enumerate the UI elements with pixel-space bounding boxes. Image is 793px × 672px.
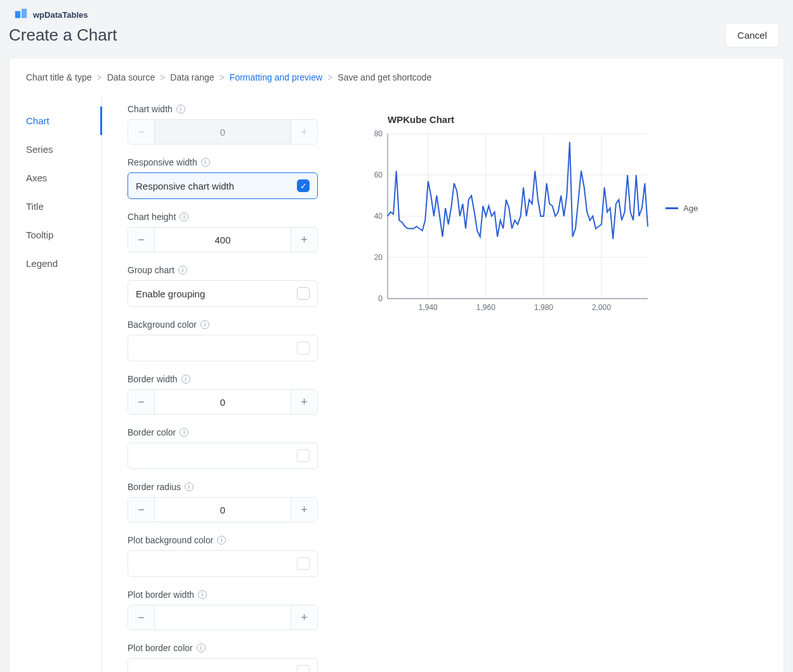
legend-label: Age [683, 204, 698, 213]
plot-border-width-label: Plot border width [128, 590, 194, 600]
tab-series[interactable]: Series [26, 135, 102, 164]
chevron-right-icon: > [97, 72, 102, 82]
chevron-right-icon: > [327, 72, 332, 82]
legend-item-age: Age [665, 204, 698, 213]
svg-text:80: 80 [374, 129, 383, 138]
chart-preview: WPKube Chart 0204060801,9401,9601,9802,0… [318, 95, 767, 672]
field-border-color: Border colori [128, 427, 318, 469]
field-responsive-width: Responsive widthi Responsive chart width… [128, 157, 318, 199]
background-color-picker[interactable] [128, 335, 318, 361]
field-chart-height: Chart heighti − + [128, 212, 318, 252]
border-width-input[interactable] [155, 390, 291, 414]
info-icon[interactable]: i [197, 643, 206, 652]
info-icon[interactable]: i [198, 590, 207, 599]
tab-legend[interactable]: Legend [26, 249, 102, 278]
border-color-label: Border color [128, 427, 176, 437]
info-icon[interactable]: i [185, 482, 193, 491]
tab-title[interactable]: Title [26, 192, 102, 221]
settings-tabs: Chart Series Axes Title Tooltip Legend [26, 95, 102, 672]
color-swatch-icon [297, 665, 310, 672]
plot-border-width-input[interactable] [155, 605, 291, 630]
breadcrumb-step-formatting[interactable]: Formatting and preview [230, 72, 322, 82]
background-color-label: Background color [128, 320, 197, 330]
chart-height-stepper[interactable]: − + [128, 227, 318, 252]
group-chart-label: Group chart [128, 265, 174, 275]
breadcrumb-step-save[interactable]: Save and get shortcode [338, 72, 431, 82]
svg-text:1,980: 1,980 [534, 303, 553, 312]
border-width-stepper[interactable]: − + [128, 389, 318, 415]
tab-chart[interactable]: Chart [26, 107, 102, 135]
field-plot-bg-color: Plot background colori [128, 535, 318, 577]
svg-text:0: 0 [378, 294, 383, 303]
info-icon[interactable]: i [180, 428, 188, 437]
field-border-width: Border widthi − + [128, 374, 318, 415]
plus-icon[interactable]: + [291, 390, 317, 414]
plus-icon: + [291, 120, 317, 144]
chart-settings-form: Chart widthi − + Responsive widthi Respo… [102, 95, 318, 672]
responsive-width-label: Responsive width [128, 157, 197, 167]
page-header: Create a Chart Cancel [0, 23, 793, 58]
info-icon[interactable]: i [181, 375, 190, 384]
info-icon[interactable]: i [180, 212, 188, 221]
minus-icon[interactable]: − [128, 498, 155, 522]
breadcrumb-step-data-source[interactable]: Data source [107, 72, 155, 82]
info-icon[interactable]: i [176, 105, 185, 113]
breadcrumb-step-title-type[interactable]: Chart title & type [26, 72, 92, 82]
plot-bg-color-picker[interactable] [128, 550, 318, 577]
border-radius-stepper[interactable]: − + [128, 497, 318, 522]
tab-axes[interactable]: Axes [26, 164, 102, 192]
minus-icon: − [128, 120, 155, 144]
plus-icon[interactable]: + [291, 228, 317, 252]
brand-bar: wpDataTables [0, 0, 793, 23]
border-color-picker[interactable] [128, 443, 318, 469]
group-chart-option: Enable grouping [136, 288, 205, 299]
info-icon[interactable]: i [217, 536, 226, 545]
tab-tooltip[interactable]: Tooltip [26, 221, 102, 249]
info-icon[interactable]: i [200, 320, 209, 329]
border-radius-input[interactable] [155, 498, 291, 522]
plot-border-width-stepper[interactable]: − + [128, 605, 318, 630]
color-swatch-icon [297, 449, 310, 462]
main-panel: Chart title & type > Data source > Data … [9, 58, 784, 672]
info-icon[interactable]: i [178, 266, 187, 275]
info-icon[interactable]: i [201, 158, 210, 167]
preview-chart-svg: 0204060801,9401,9601,9802,000 [362, 127, 654, 318]
border-radius-label: Border radius [128, 482, 181, 492]
field-group-chart: Group charti Enable grouping [128, 265, 318, 307]
svg-text:1,940: 1,940 [419, 303, 438, 312]
app-logo-icon [14, 8, 28, 22]
chart-width-input [155, 120, 291, 144]
svg-text:60: 60 [374, 171, 383, 179]
wizard-breadcrumb: Chart title & type > Data source > Data … [10, 58, 783, 95]
chevron-right-icon: > [160, 72, 165, 82]
minus-icon[interactable]: − [128, 390, 155, 414]
svg-text:2,000: 2,000 [592, 303, 611, 312]
responsive-width-toggle[interactable]: Responsive chart width ✓ [128, 172, 318, 199]
chart-height-label: Chart height [128, 212, 176, 222]
cancel-button[interactable]: Cancel [725, 23, 779, 48]
minus-icon[interactable]: − [128, 605, 155, 630]
field-background-color: Background colori [128, 320, 318, 361]
field-chart-width: Chart widthi − + [128, 104, 318, 145]
color-swatch-icon [297, 557, 310, 570]
responsive-width-option: Responsive chart width [136, 181, 234, 191]
chevron-right-icon: > [220, 72, 225, 82]
plus-icon[interactable]: + [291, 605, 317, 630]
breadcrumb-step-data-range[interactable]: Data range [170, 72, 214, 82]
minus-icon[interactable]: − [128, 228, 155, 252]
svg-text:20: 20 [374, 253, 383, 262]
svg-text:1,960: 1,960 [476, 303, 495, 312]
chart-width-stepper: − + [128, 119, 318, 145]
border-width-label: Border width [128, 374, 178, 384]
page-title: Create a Chart [9, 25, 117, 45]
svg-rect-1 [22, 9, 27, 18]
plus-icon[interactable]: + [291, 498, 317, 522]
chart-width-label: Chart width [128, 104, 173, 114]
plot-border-color-picker[interactable] [128, 658, 318, 672]
preview-chart-title: WPKube Chart [388, 114, 761, 125]
svg-text:40: 40 [374, 212, 383, 221]
checkmark-icon: ✓ [297, 179, 310, 192]
chart-height-input[interactable] [155, 228, 291, 252]
plot-border-color-label: Plot border color [128, 643, 193, 653]
group-chart-toggle[interactable]: Enable grouping [128, 280, 318, 307]
